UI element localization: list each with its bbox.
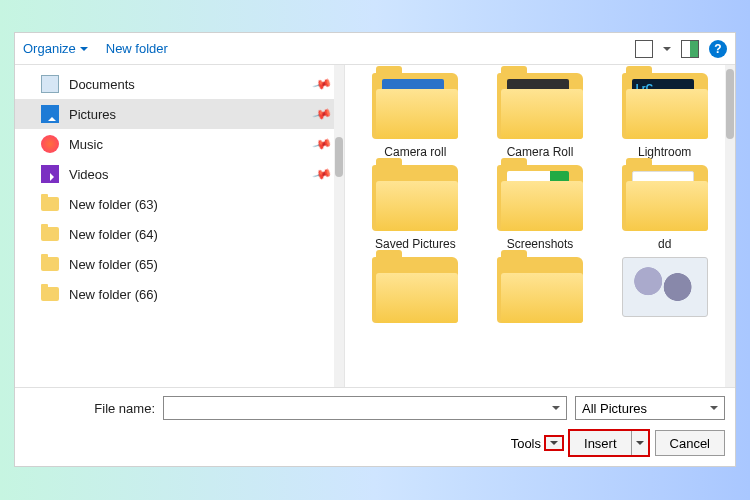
nav-item-label: New folder (63) — [69, 197, 158, 212]
insert-split-button[interactable]: Insert — [569, 430, 649, 456]
folder-icon — [497, 257, 583, 323]
folder-icon — [497, 73, 583, 139]
pin-icon: 📌 — [311, 104, 332, 125]
image-thumbnail — [622, 257, 708, 317]
pin-icon: 📌 — [311, 74, 332, 95]
insert-button[interactable]: Insert — [569, 430, 631, 456]
filename-label: File name: — [25, 401, 155, 416]
dialog-footer: File name: All Pictures Tools Insert Can… — [15, 387, 735, 466]
view-mode-dropdown[interactable] — [663, 47, 671, 55]
chevron-down-icon — [550, 441, 558, 449]
music-icon — [41, 135, 59, 153]
pic-icon — [41, 105, 59, 123]
tools-label: Tools — [511, 436, 541, 451]
pin-icon: 📌 — [311, 164, 332, 185]
help-button[interactable]: ? — [709, 40, 727, 58]
nav-item-label: Pictures — [69, 107, 116, 122]
folder-icon — [372, 257, 458, 323]
file-open-dialog: Organize New folder ? Documents📌Pictures… — [14, 32, 736, 467]
preview-pane-button[interactable] — [681, 40, 699, 58]
folder-item[interactable]: Saved Pictures — [359, 165, 472, 251]
folder-icon — [372, 165, 458, 231]
nav-item-label: Documents — [69, 77, 135, 92]
folder-item[interactable]: Lightroom — [608, 73, 721, 159]
folder-icon — [622, 165, 708, 231]
nav-item[interactable]: New folder (66) — [15, 279, 344, 309]
folder-item[interactable] — [484, 257, 597, 329]
file-type-filter[interactable]: All Pictures — [575, 396, 725, 420]
chevron-down-icon — [636, 441, 644, 449]
chevron-down-icon — [710, 406, 718, 414]
folder-icon — [41, 257, 59, 271]
insert-dropdown[interactable] — [631, 430, 649, 456]
nav-item-label: New folder (65) — [69, 257, 158, 272]
item-label: Camera Roll — [507, 145, 574, 159]
folder-icon — [41, 227, 59, 241]
nav-scrollbar[interactable] — [334, 65, 344, 387]
nav-item[interactable]: New folder (63) — [15, 189, 344, 219]
organize-menu[interactable]: Organize — [23, 41, 88, 56]
folder-item[interactable]: Camera roll — [359, 73, 472, 159]
image-item[interactable] — [608, 257, 721, 329]
folder-icon — [372, 73, 458, 139]
folder-icon — [622, 73, 708, 139]
folder-item[interactable]: Screenshots — [484, 165, 597, 251]
item-label: Lightroom — [638, 145, 691, 159]
navigation-pane: Documents📌Pictures📌Music📌Videos📌New fold… — [15, 65, 345, 387]
filename-input[interactable] — [163, 396, 567, 420]
nav-item[interactable]: Documents📌 — [15, 69, 344, 99]
nav-item-label: Videos — [69, 167, 109, 182]
chevron-down-icon — [552, 406, 560, 414]
toolbar: Organize New folder ? — [15, 33, 735, 65]
doc-icon — [41, 75, 59, 93]
nav-item[interactable]: New folder (65) — [15, 249, 344, 279]
folder-icon — [497, 165, 583, 231]
video-icon — [41, 165, 59, 183]
nav-item-label: Music — [69, 137, 103, 152]
folder-icon — [41, 287, 59, 301]
nav-item[interactable]: Videos📌 — [15, 159, 344, 189]
nav-item[interactable]: Music📌 — [15, 129, 344, 159]
cancel-button[interactable]: Cancel — [655, 430, 725, 456]
content-scrollbar[interactable] — [725, 65, 735, 387]
folder-item[interactable]: Camera Roll — [484, 73, 597, 159]
item-label: Saved Pictures — [375, 237, 456, 251]
item-label: dd — [658, 237, 671, 251]
folder-icon — [41, 197, 59, 211]
nav-item-label: New folder (64) — [69, 227, 158, 242]
new-folder-button[interactable]: New folder — [106, 41, 168, 56]
folder-item[interactable]: dd — [608, 165, 721, 251]
nav-item[interactable]: New folder (64) — [15, 219, 344, 249]
view-mode-button[interactable] — [635, 40, 653, 58]
item-label: Screenshots — [507, 237, 574, 251]
folder-view: Camera rollCamera RollLightroomSaved Pic… — [345, 65, 735, 387]
tools-dropdown[interactable] — [545, 436, 563, 450]
nav-item[interactable]: Pictures📌 — [15, 99, 344, 129]
item-label: Camera roll — [384, 145, 446, 159]
nav-item-label: New folder (66) — [69, 287, 158, 302]
folder-item[interactable] — [359, 257, 472, 329]
pin-icon: 📌 — [311, 134, 332, 155]
